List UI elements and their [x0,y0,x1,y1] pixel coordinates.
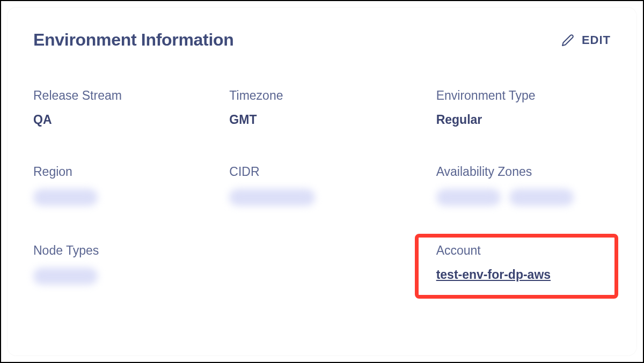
field-value: Regular [436,113,611,127]
redacted-value [509,189,574,206]
field-environment-type: Environment Type Regular [426,88,611,127]
field-timezone: Timezone GMT [229,88,414,127]
field-label: Availability Zones [436,165,611,179]
redacted-values-row [436,189,611,206]
field-cidr: CIDR [229,165,414,206]
field-region: Region [33,165,218,206]
pencil-icon [561,34,574,47]
redacted-value [436,189,501,206]
field-availability-zones: Availability Zones [426,165,611,206]
field-label: CIDR [229,165,414,179]
environment-info-card: Environment Information EDIT Release Str… [8,8,636,355]
card-header: Environment Information EDIT [33,30,611,50]
field-node-types: Node Types [33,243,218,285]
field-account: Account test-env-for-dp-aws [426,243,611,285]
field-label: Account [436,243,611,258]
account-link[interactable]: test-env-for-dp-aws [436,268,611,282]
field-release-stream: Release Stream QA [33,88,218,127]
fields-grid: Release Stream QA Timezone GMT Environme… [33,88,611,285]
redacted-value [33,268,98,285]
field-label: Region [33,165,218,179]
card-title: Environment Information [33,30,234,50]
field-label: Timezone [229,88,414,103]
field-value: QA [33,113,218,127]
field-label: Environment Type [436,88,611,103]
field-value: GMT [229,113,414,127]
field-empty-spacer [229,243,414,285]
field-label: Release Stream [33,88,218,103]
redacted-value [229,189,315,206]
redacted-value [33,189,98,206]
field-label: Node Types [33,243,218,258]
edit-button[interactable]: EDIT [561,33,611,47]
edit-button-label: EDIT [582,33,611,47]
